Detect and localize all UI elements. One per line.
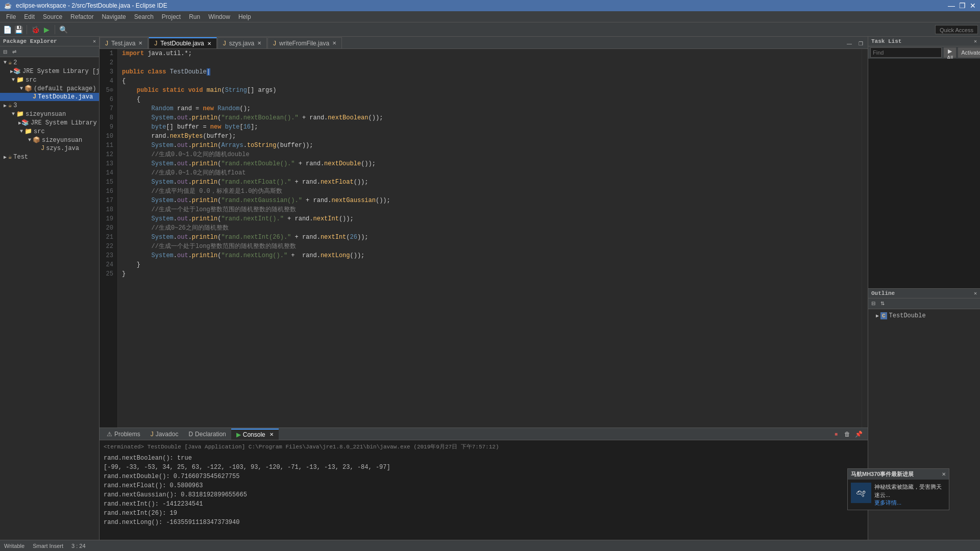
bottom-tabs: ⚠ Problems J Javadoc D Declaration ▶ Con…: [100, 428, 868, 440]
expand-test[interactable]: ▶: [2, 154, 8, 160]
expand-sizeyunsuan-pkg[interactable]: ▼: [27, 137, 33, 143]
code-editor[interactable]: import java.util.*; public class TestDou…: [118, 49, 862, 428]
tab-close-writefromfile[interactable]: ✕: [332, 40, 336, 46]
explorer-collapse-all[interactable]: ⊟: [1, 47, 9, 56]
save-btn[interactable]: 💾: [13, 24, 23, 35]
console-toolbar: ■ 🗑 📌: [831, 429, 866, 439]
task-activate-btn[interactable]: Activate...: [958, 47, 980, 58]
outline-sort-btn[interactable]: ⇅: [878, 299, 887, 308]
menu-source[interactable]: Source: [39, 12, 66, 21]
tree-item-2[interactable]: ▼ ☕ 2: [0, 58, 99, 67]
notif-close-btn[interactable]: ✕: [942, 471, 946, 477]
package-explorer-panel: Package Explorer ✕ ⊟ ⇌ ▼ ☕ 2 ▶ 📚 JRE Sys…: [0, 37, 100, 162]
tree-item-test[interactable]: ▶ ☕ Test: [0, 153, 99, 161]
search-btn[interactable]: 🔍: [58, 24, 68, 35]
console-clear-btn[interactable]: 🗑: [842, 429, 852, 439]
run-btn[interactable]: ▶: [41, 24, 52, 35]
menu-run[interactable]: Run: [185, 12, 204, 21]
tab-close-szys[interactable]: ✕: [257, 40, 261, 46]
expand-sizeyunsuan[interactable]: ▼: [10, 111, 16, 117]
code-line-6: {: [122, 95, 857, 104]
tree-item-3[interactable]: ▶ ☕ 3: [0, 101, 99, 110]
code-line-18: //生成一个处于long整数范围的随机整数的随机整数: [122, 205, 857, 214]
expand-3[interactable]: ▶: [2, 103, 8, 109]
code-line-20: //生成0~26之间的随机整数: [122, 223, 857, 233]
maximize-btn[interactable]: ❐: [959, 2, 966, 10]
tab-testdouble-java[interactable]: J TestDouble.java ✕: [149, 37, 216, 48]
new-btn[interactable]: 📄: [2, 24, 12, 35]
tab-javadoc[interactable]: J Javadoc: [145, 429, 184, 440]
package-explorer-close[interactable]: ✕: [93, 38, 96, 44]
icon-test: ☕: [8, 153, 12, 161]
console-close[interactable]: ✕: [270, 432, 274, 437]
tab-console[interactable]: ▶ Console ✕: [231, 429, 279, 440]
console-icon: ▶: [236, 431, 241, 438]
tree-item-jre1[interactable]: ▶ 📚 JRE System Library [jre1.8.0_221]: [0, 67, 99, 76]
menu-file[interactable]: File: [2, 12, 20, 21]
editor-scrollbar[interactable]: [862, 49, 868, 428]
tree-item-src2[interactable]: ▼ 📁 src: [0, 127, 99, 136]
minimize-btn[interactable]: —: [948, 2, 955, 10]
icon-jre2: 📚: [21, 119, 29, 127]
problems-label: Problems: [114, 431, 140, 438]
tree-item-testdouble[interactable]: J TestDouble.java: [0, 93, 99, 101]
declaration-icon: D: [188, 431, 193, 438]
tab-label-writefromfile: writeFromFile.java: [279, 40, 329, 47]
tab-writefromfile-java[interactable]: J writeFromFile.java ✕: [267, 37, 342, 48]
menu-refactor[interactable]: Refactor: [66, 12, 97, 21]
expand-2[interactable]: ▼: [2, 60, 8, 65]
menu-help[interactable]: Help: [234, 12, 255, 21]
outline-close[interactable]: ✕: [974, 290, 977, 296]
task-find-input[interactable]: [870, 47, 942, 58]
outline-collapse-btn[interactable]: ⊟: [869, 299, 877, 308]
task-list-close[interactable]: ✕: [974, 38, 977, 44]
outline-toolbar: ⊟ ⇅: [868, 298, 980, 309]
notif-link[interactable]: 更多详情...: [874, 499, 946, 507]
debug-btn[interactable]: 🐞: [30, 24, 40, 35]
task-all-btn[interactable]: ▶ All ▼: [944, 47, 956, 58]
tree-item-sizeyunsuan-pkg[interactable]: ▼ 📦 sizeyunsuan: [0, 136, 99, 144]
icon-szys: J: [41, 145, 44, 152]
package-explorer-title: Package Explorer: [3, 38, 57, 44]
status-writable: Writable: [4, 543, 24, 549]
console-pin-btn[interactable]: 📌: [853, 429, 864, 439]
max-editor-btn[interactable]: ❐: [855, 38, 866, 48]
expand-default-pkg[interactable]: ▼: [18, 86, 24, 91]
tab-declaration[interactable]: D Declaration: [183, 429, 231, 440]
tree-item-default-pkg[interactable]: ▼ 📦 (default package): [0, 84, 99, 93]
tab-szys-java[interactable]: J szys.java ✕: [217, 37, 267, 48]
tree-item-src[interactable]: ▼ 📁 src: [0, 76, 99, 84]
notif-body-text: 神秘线索被隐藏，受害腾天迷云...: [874, 483, 946, 499]
tab-icon-szys: J: [223, 40, 226, 47]
console-output: <terminated> TestDouble [Java Applicatio…: [100, 440, 868, 540]
code-line-4: {: [122, 77, 857, 86]
tree-item-szys[interactable]: J szys.java: [0, 144, 99, 153]
outline-expand[interactable]: ▶: [874, 313, 880, 319]
tab-problems[interactable]: ⚠ Problems: [102, 429, 145, 440]
tree-item-jre2[interactable]: ▶ 📚 JRE System Library [jre1.8.0_221]: [0, 118, 99, 127]
toolbar: 📄 💾 🐞 ▶ 🔍 Quick Access: [0, 22, 980, 37]
tab-label-test: Test.java: [111, 40, 135, 47]
expand-src2[interactable]: ▼: [18, 129, 24, 134]
tree-item-sizeyunsuan[interactable]: ▼ 📁 sizeyunsuan: [0, 110, 99, 118]
min-editor-btn[interactable]: —: [844, 38, 854, 48]
title-icon: ☕: [4, 2, 12, 9]
menu-search[interactable]: Search: [130, 12, 158, 21]
console-stop-btn[interactable]: ■: [831, 429, 841, 439]
left-panels: Package Explorer ✕ ⊟ ⇌ ▼ ☕ 2 ▶ 📚 JRE Sys…: [0, 37, 100, 540]
tab-close-testdouble[interactable]: ✕: [207, 41, 211, 46]
menu-project[interactable]: Project: [158, 12, 185, 21]
javadoc-icon: J: [151, 431, 154, 438]
icon-sizeyunsuan-pkg: 📦: [33, 136, 40, 144]
tab-test-java[interactable]: J Test.java ✕: [100, 37, 148, 48]
tab-close-test[interactable]: ✕: [138, 40, 142, 46]
expand-src[interactable]: ▼: [10, 77, 16, 83]
status-position: 3 : 24: [71, 543, 86, 549]
menu-edit[interactable]: Edit: [20, 12, 39, 21]
icon-testdouble: J: [33, 93, 36, 101]
close-btn[interactable]: ✕: [970, 2, 976, 10]
menu-navigate[interactable]: Navigate: [97, 12, 130, 21]
outline-item-testdouble[interactable]: ▶ C TestDouble: [870, 311, 978, 320]
explorer-link-editor[interactable]: ⇌: [10, 47, 18, 56]
menu-window[interactable]: Window: [204, 12, 234, 21]
